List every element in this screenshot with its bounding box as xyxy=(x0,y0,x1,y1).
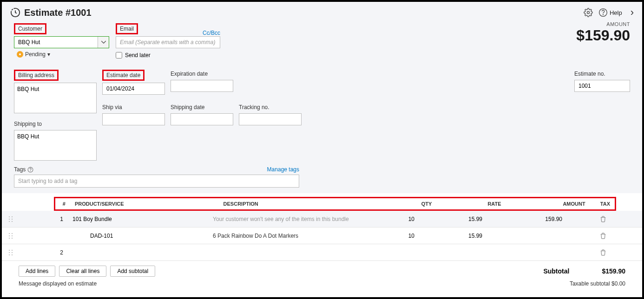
table-row[interactable]: 2 xyxy=(2,244,642,261)
svg-point-5 xyxy=(9,216,10,217)
tracking-no-input[interactable] xyxy=(239,113,302,125)
expiration-date-label: Expiration date xyxy=(171,70,233,78)
svg-point-17 xyxy=(9,250,10,251)
customer-label: Customer xyxy=(14,23,46,34)
svg-point-15 xyxy=(9,238,10,239)
svg-point-20 xyxy=(12,252,13,253)
taxable-label: Taxable subtotal xyxy=(570,280,610,287)
svg-point-16 xyxy=(12,238,13,239)
svg-point-4 xyxy=(31,170,31,171)
svg-point-21 xyxy=(9,254,10,255)
estimate-date-input[interactable] xyxy=(102,83,165,95)
table-row[interactable]: 1101 Boy BundleYour customer won't see a… xyxy=(2,211,642,228)
row-qty[interactable]: 10 xyxy=(355,216,420,222)
col-qty: QTY xyxy=(367,198,436,209)
ccbcc-link[interactable]: Cc/Bcc xyxy=(203,30,220,36)
history-icon[interactable] xyxy=(10,7,20,18)
add-subtotal-button[interactable]: Add subtotal xyxy=(110,266,155,277)
add-lines-button[interactable]: Add lines xyxy=(19,266,55,277)
status-label: Pending xyxy=(25,51,46,58)
estimate-date-label: Estimate date xyxy=(102,70,145,81)
amount-label: AMOUNT xyxy=(576,21,630,27)
send-later-label: Send later xyxy=(125,52,151,58)
help-button[interactable]: Help xyxy=(598,8,622,17)
delete-row-button[interactable] xyxy=(594,216,612,222)
caret-down-icon: ▾ xyxy=(47,51,50,58)
tracking-no-label: Tracking no. xyxy=(239,103,302,111)
row-rate[interactable]: 15.99 xyxy=(420,233,488,239)
email-label: Email xyxy=(116,23,138,34)
billing-label: Billing address xyxy=(14,70,59,81)
settings-button[interactable] xyxy=(584,8,593,17)
svg-point-19 xyxy=(9,252,10,253)
row-description[interactable]: Your customer won't see any of the items… xyxy=(213,216,355,222)
manage-tags-link[interactable]: Manage tags xyxy=(267,166,299,173)
email-input[interactable] xyxy=(116,36,220,48)
help-icon[interactable] xyxy=(27,167,33,173)
svg-point-13 xyxy=(9,235,10,236)
shipping-date-input[interactable] xyxy=(171,113,233,125)
customer-input[interactable] xyxy=(14,37,98,48)
drag-handle[interactable] xyxy=(2,249,20,256)
shipping-to-input[interactable] xyxy=(14,130,97,161)
svg-point-10 xyxy=(12,221,13,222)
pending-icon xyxy=(17,51,23,58)
svg-point-7 xyxy=(9,219,10,220)
billing-address-input[interactable] xyxy=(14,83,97,113)
status-badge[interactable]: Pending ▾ xyxy=(17,51,50,58)
col-description: DESCRIPTION xyxy=(219,198,368,209)
amount-value: $159.90 xyxy=(576,27,630,44)
gear-icon xyxy=(584,8,593,17)
svg-point-12 xyxy=(12,233,13,234)
ship-via-label: Ship via xyxy=(102,103,165,111)
drag-handle[interactable] xyxy=(2,233,20,239)
col-amount: AMOUNT xyxy=(506,198,590,209)
row-num: 2 xyxy=(20,249,69,256)
row-qty[interactable]: 10 xyxy=(355,233,420,239)
estimate-no-label: Estimate no. xyxy=(574,70,630,78)
svg-point-0 xyxy=(587,12,589,14)
svg-point-14 xyxy=(12,235,13,236)
ship-via-input[interactable] xyxy=(102,113,165,125)
svg-point-6 xyxy=(12,216,13,217)
clear-all-lines-button[interactable]: Clear all lines xyxy=(59,266,106,277)
col-num: # xyxy=(55,198,70,209)
row-amount: 159.90 xyxy=(488,216,568,222)
tags-input[interactable] xyxy=(14,175,299,188)
svg-point-11 xyxy=(9,233,10,234)
subtotal-label: Subtotal xyxy=(543,267,569,275)
row-num: 1 xyxy=(20,216,69,222)
drag-handle[interactable] xyxy=(2,216,20,222)
shipping-to-label: Shipping to xyxy=(14,120,102,128)
svg-point-2 xyxy=(603,14,604,15)
col-rate: RATE xyxy=(436,198,506,209)
svg-point-18 xyxy=(12,250,13,251)
row-description[interactable]: 6 Pack Rainbow Do A Dot Markers xyxy=(213,233,355,239)
message-label: Message displayed on estimate xyxy=(19,280,97,287)
svg-point-8 xyxy=(12,219,13,220)
help-label: Help xyxy=(610,9,622,16)
question-icon xyxy=(598,8,608,17)
send-later-checkbox[interactable] xyxy=(116,52,122,58)
row-product[interactable]: DAD-101 xyxy=(69,233,213,239)
delete-row-button[interactable] xyxy=(594,233,612,239)
table-row[interactable]: DAD-1016 Pack Rainbow Do A Dot Markers10… xyxy=(2,228,642,244)
row-rate[interactable]: 15.99 xyxy=(420,216,488,222)
customer-dropdown-button[interactable] xyxy=(98,37,109,48)
svg-point-9 xyxy=(9,221,10,222)
delete-row-button[interactable] xyxy=(594,249,612,256)
col-product: PRODUCT/SERVICE xyxy=(70,198,219,209)
svg-point-22 xyxy=(12,254,13,255)
tags-label: Tags xyxy=(14,166,26,173)
chevron-down-icon xyxy=(101,41,106,44)
row-product[interactable]: 101 Boy Bundle xyxy=(69,216,213,222)
subtotal-value: $159.90 xyxy=(602,267,625,275)
col-tax: TAX xyxy=(590,198,615,209)
shipping-date-label: Shipping date xyxy=(171,103,233,111)
estimate-no-input[interactable] xyxy=(574,80,630,92)
chevron-right-icon[interactable]: › xyxy=(631,6,634,19)
taxable-value: $0.00 xyxy=(611,280,625,287)
page-title: Estimate #1001 xyxy=(24,7,92,18)
expiration-date-input[interactable] xyxy=(171,80,233,92)
